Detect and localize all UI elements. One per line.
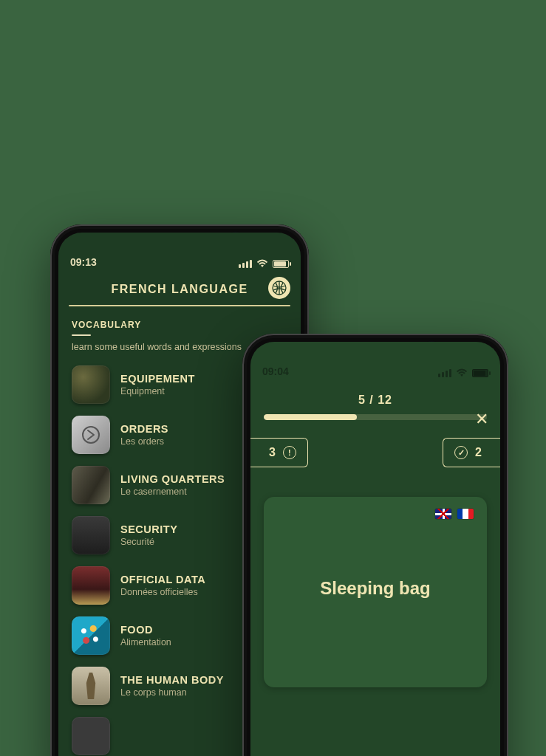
exclamation-icon: ! xyxy=(283,446,296,459)
check-icon: ✓ xyxy=(454,446,468,459)
wrong-count: 3 xyxy=(269,446,276,459)
thumbnail-human-body-icon xyxy=(72,667,110,705)
correct-count: 2 xyxy=(475,446,482,459)
wrong-count-pill[interactable]: 3 ! xyxy=(250,438,308,467)
battery-icon xyxy=(472,369,488,377)
svg-point-1 xyxy=(83,427,99,443)
app-logo-icon[interactable] xyxy=(268,277,290,299)
status-time: 09:04 xyxy=(262,365,289,377)
status-bar: 09:04 xyxy=(250,342,500,380)
status-time: 09:13 xyxy=(70,256,97,268)
signal-icon xyxy=(438,369,451,377)
flag-row xyxy=(435,509,474,519)
section-heading: VOCABULARY xyxy=(58,306,301,334)
screen-header: FRENCH LANGUAGE xyxy=(58,271,301,305)
progress-bar xyxy=(264,414,487,420)
progress-fill xyxy=(264,414,357,420)
thumbnail-official-data-icon xyxy=(72,566,110,605)
thumbnail-unknown-icon xyxy=(72,717,110,755)
thumbnail-food-icon xyxy=(72,616,110,655)
correct-count-pill[interactable]: ✓ 2 xyxy=(443,438,500,467)
status-bar: 09:13 xyxy=(58,233,301,271)
section-underline xyxy=(72,334,91,336)
thumbnail-security-icon xyxy=(72,516,110,554)
signal-icon xyxy=(239,260,252,268)
wifi-icon xyxy=(456,368,468,377)
thumbnail-equipment-icon xyxy=(72,365,110,404)
progress-counter: 5 / 12 xyxy=(264,388,487,414)
thumbnail-orders-icon xyxy=(72,416,110,454)
wifi-icon xyxy=(256,259,268,268)
battery-icon xyxy=(273,260,289,268)
phone-right: 09:04 5 / 12 ✕ 3 ! ✓ 2 xyxy=(242,334,508,756)
flag-uk-icon xyxy=(435,509,451,519)
flashcard[interactable]: Sleeping bag xyxy=(264,497,487,687)
thumbnail-quarters-icon xyxy=(72,466,110,504)
flag-fr-icon xyxy=(457,509,474,519)
flashcard-word: Sleeping bag xyxy=(279,578,472,599)
page-title: FRENCH LANGUAGE xyxy=(111,283,248,295)
